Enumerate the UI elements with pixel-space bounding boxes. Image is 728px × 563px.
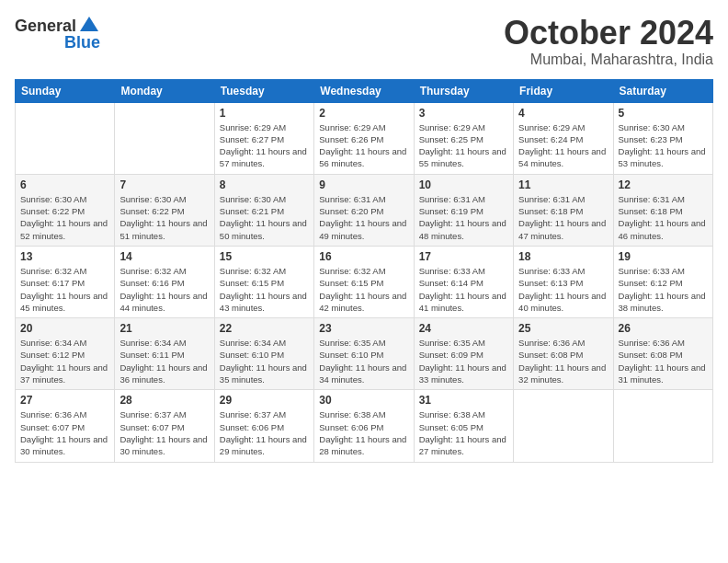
page-header: General Blue October 2024 Mumbai, Mahara… [15,15,713,68]
day-number: 10 [419,178,508,191]
calendar-cell [115,102,214,174]
day-info: Sunrise: 6:31 AMSunset: 6:18 PMDaylight:… [518,193,608,242]
calendar-cell [514,390,613,462]
calendar-cell: 23Sunrise: 6:35 AMSunset: 6:10 PMDayligh… [314,318,414,390]
calendar-week-row: 1Sunrise: 6:29 AMSunset: 6:27 PMDaylight… [16,102,713,174]
day-number: 15 [220,250,309,263]
day-number: 4 [518,107,608,120]
weekday-header-row: SundayMondayTuesdayWednesdayThursdayFrid… [16,79,713,102]
day-info: Sunrise: 6:29 AMSunset: 6:27 PMDaylight:… [220,121,309,170]
calendar-week-row: 20Sunrise: 6:34 AMSunset: 6:12 PMDayligh… [16,318,713,390]
day-number: 27 [20,394,109,407]
day-number: 24 [419,322,508,335]
day-info: Sunrise: 6:30 AMSunset: 6:22 PMDaylight:… [20,193,109,242]
weekday-header: Tuesday [214,79,313,102]
day-info: Sunrise: 6:31 AMSunset: 6:20 PMDaylight:… [319,193,408,242]
day-info: Sunrise: 6:34 AMSunset: 6:11 PMDaylight:… [119,337,209,385]
day-number: 8 [220,178,309,191]
weekday-header: Wednesday [314,79,414,102]
day-number: 2 [319,107,408,120]
calendar-cell: 3Sunrise: 6:29 AMSunset: 6:25 PMDaylight… [414,102,513,174]
day-number: 6 [20,178,109,191]
day-number: 1 [220,107,309,120]
calendar-cell: 9Sunrise: 6:31 AMSunset: 6:20 PMDaylight… [314,174,414,246]
calendar-cell: 8Sunrise: 6:30 AMSunset: 6:21 PMDaylight… [214,174,313,246]
day-number: 7 [119,178,209,191]
day-number: 30 [319,394,408,407]
day-number: 5 [619,107,708,120]
day-info: Sunrise: 6:36 AMSunset: 6:08 PMDaylight:… [518,337,608,385]
day-info: Sunrise: 6:34 AMSunset: 6:12 PMDaylight:… [20,337,109,385]
weekday-header: Thursday [414,79,513,102]
day-number: 13 [20,250,109,263]
day-number: 21 [119,322,209,335]
calendar-cell: 6Sunrise: 6:30 AMSunset: 6:22 PMDaylight… [16,174,115,246]
weekday-header: Friday [514,79,613,102]
day-info: Sunrise: 6:29 AMSunset: 6:26 PMDaylight:… [319,121,408,170]
calendar-cell: 16Sunrise: 6:32 AMSunset: 6:15 PMDayligh… [314,246,414,317]
day-info: Sunrise: 6:31 AMSunset: 6:18 PMDaylight:… [619,193,708,242]
day-info: Sunrise: 6:38 AMSunset: 6:06 PMDaylight:… [319,408,408,457]
calendar-cell: 5Sunrise: 6:30 AMSunset: 6:23 PMDaylight… [613,102,712,174]
day-info: Sunrise: 6:35 AMSunset: 6:10 PMDaylight:… [319,337,408,385]
calendar-cell: 28Sunrise: 6:37 AMSunset: 6:07 PMDayligh… [115,390,214,462]
day-number: 11 [518,178,608,191]
day-number: 16 [319,250,408,263]
day-info: Sunrise: 6:36 AMSunset: 6:07 PMDaylight:… [20,408,109,457]
day-number: 29 [220,394,309,407]
calendar-cell: 4Sunrise: 6:29 AMSunset: 6:24 PMDaylight… [514,102,613,174]
day-info: Sunrise: 6:30 AMSunset: 6:22 PMDaylight:… [119,193,209,242]
day-number: 17 [419,250,508,263]
day-info: Sunrise: 6:34 AMSunset: 6:10 PMDaylight:… [220,337,309,385]
day-info: Sunrise: 6:30 AMSunset: 6:23 PMDaylight:… [619,121,708,170]
calendar-cell: 12Sunrise: 6:31 AMSunset: 6:18 PMDayligh… [613,174,712,246]
day-info: Sunrise: 6:29 AMSunset: 6:25 PMDaylight:… [419,121,508,170]
day-info: Sunrise: 6:33 AMSunset: 6:13 PMDaylight:… [518,265,608,314]
day-info: Sunrise: 6:38 AMSunset: 6:05 PMDaylight:… [419,408,508,457]
calendar-cell [613,390,712,462]
calendar-cell: 24Sunrise: 6:35 AMSunset: 6:09 PMDayligh… [414,318,513,390]
calendar-week-row: 6Sunrise: 6:30 AMSunset: 6:22 PMDaylight… [16,174,713,246]
day-info: Sunrise: 6:32 AMSunset: 6:15 PMDaylight:… [319,265,408,314]
day-info: Sunrise: 6:31 AMSunset: 6:19 PMDaylight:… [419,193,508,242]
calendar-cell: 18Sunrise: 6:33 AMSunset: 6:13 PMDayligh… [514,246,613,317]
calendar-cell: 31Sunrise: 6:38 AMSunset: 6:05 PMDayligh… [414,390,513,462]
day-number: 25 [518,322,608,335]
day-number: 18 [518,250,608,263]
day-info: Sunrise: 6:32 AMSunset: 6:17 PMDaylight:… [20,265,109,314]
calendar-cell: 7Sunrise: 6:30 AMSunset: 6:22 PMDaylight… [115,174,214,246]
day-info: Sunrise: 6:37 AMSunset: 6:07 PMDaylight:… [119,408,209,457]
day-number: 31 [419,394,508,407]
day-number: 9 [319,178,408,191]
day-info: Sunrise: 6:33 AMSunset: 6:12 PMDaylight:… [619,265,708,314]
calendar-table: SundayMondayTuesdayWednesdayThursdayFrid… [15,79,713,463]
day-number: 22 [220,322,309,335]
day-info: Sunrise: 6:36 AMSunset: 6:08 PMDaylight:… [619,337,708,385]
calendar-cell: 29Sunrise: 6:37 AMSunset: 6:06 PMDayligh… [214,390,313,462]
calendar-cell: 11Sunrise: 6:31 AMSunset: 6:18 PMDayligh… [514,174,613,246]
calendar-week-row: 13Sunrise: 6:32 AMSunset: 6:17 PMDayligh… [16,246,713,317]
location-title: Mumbai, Maharashtra, India [504,52,713,68]
calendar-cell: 2Sunrise: 6:29 AMSunset: 6:26 PMDaylight… [314,102,414,174]
calendar-cell: 25Sunrise: 6:36 AMSunset: 6:08 PMDayligh… [514,318,613,390]
weekday-header: Monday [115,79,214,102]
calendar-cell: 30Sunrise: 6:38 AMSunset: 6:06 PMDayligh… [314,390,414,462]
calendar-cell: 19Sunrise: 6:33 AMSunset: 6:12 PMDayligh… [613,246,712,317]
day-info: Sunrise: 6:32 AMSunset: 6:15 PMDaylight:… [220,265,309,314]
calendar-cell: 22Sunrise: 6:34 AMSunset: 6:10 PMDayligh… [214,318,313,390]
weekday-header: Sunday [16,79,115,102]
weekday-header: Saturday [613,79,712,102]
calendar-cell [16,102,115,174]
day-info: Sunrise: 6:33 AMSunset: 6:14 PMDaylight:… [419,265,508,314]
calendar-cell: 20Sunrise: 6:34 AMSunset: 6:12 PMDayligh… [16,318,115,390]
logo-blue: Blue [64,33,100,52]
calendar-week-row: 27Sunrise: 6:36 AMSunset: 6:07 PMDayligh… [16,390,713,462]
day-number: 12 [619,178,708,191]
day-number: 26 [619,322,708,335]
day-info: Sunrise: 6:30 AMSunset: 6:21 PMDaylight:… [220,193,309,242]
day-number: 23 [319,322,408,335]
calendar-cell: 1Sunrise: 6:29 AMSunset: 6:27 PMDaylight… [214,102,313,174]
logo: General Blue [15,15,100,52]
month-title: October 2024 [504,15,713,52]
calendar-cell: 17Sunrise: 6:33 AMSunset: 6:14 PMDayligh… [414,246,513,317]
